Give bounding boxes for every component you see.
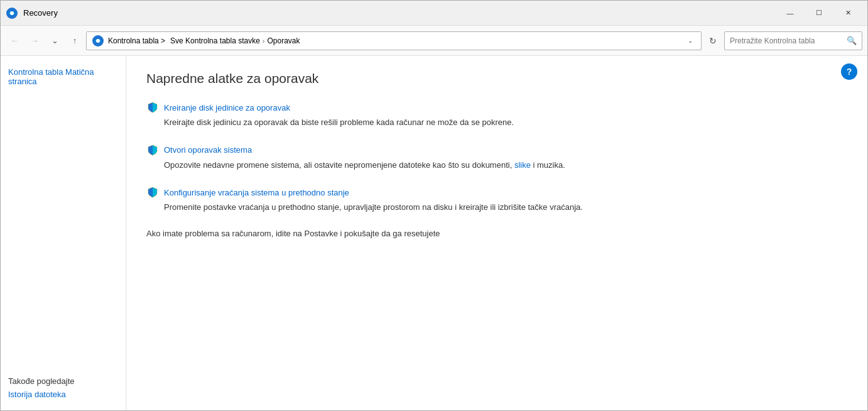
address-icon bbox=[92, 35, 104, 47]
svg-point-3 bbox=[96, 39, 100, 43]
title-bar: Recovery — ☐ ✕ bbox=[1, 1, 867, 26]
breadcrumb-part1: Kontrolna tabla > bbox=[108, 36, 165, 45]
maximize-button[interactable]: ☐ bbox=[805, 3, 833, 23]
recovery-item-2: Otvori oporavak sistema Opozovite nedavn… bbox=[146, 144, 847, 172]
shield-icon-1 bbox=[146, 101, 159, 114]
recovery-desc-2: Opozovite nedavne promene sistema, ali o… bbox=[146, 159, 847, 172]
address-bar: ← → ⌄ ↑ Kontrolna tabla > Sve Kontrolna … bbox=[1, 26, 867, 56]
recovery-link-text-3: Konfigurisanje vraćanja sistema u pretho… bbox=[164, 188, 349, 197]
close-button[interactable]: ✕ bbox=[833, 3, 862, 23]
main-layout: Kontrolna tabla Matična stranica Takođe … bbox=[1, 56, 867, 410]
window: Recovery — ☐ ✕ ← → ⌄ ↑ Kontro bbox=[0, 0, 868, 411]
recovery-desc-1: Kreirajte disk jedinicu za oporavak da b… bbox=[146, 116, 847, 129]
reset-hint: Ako imate problema sa računarom, idite n… bbox=[146, 229, 847, 238]
also-see-label: Takođe pogledajte bbox=[8, 366, 118, 386]
page-title: Napredne alatke za oporavak bbox=[146, 71, 847, 86]
breadcrumb: Kontrolna tabla > Sve Kontrolna tabla st… bbox=[108, 36, 681, 45]
address-dropdown-button[interactable]: ⌄ bbox=[685, 32, 696, 50]
minimize-button[interactable]: — bbox=[776, 3, 805, 23]
window-title: Recovery bbox=[23, 8, 776, 18]
shield-icon-3 bbox=[146, 186, 159, 199]
help-button[interactable]: ? bbox=[841, 63, 857, 80]
recovery-link-2[interactable]: Otvori oporavak sistema bbox=[146, 144, 847, 156]
sidebar-file-history-link[interactable]: Istorija datoteka bbox=[8, 388, 118, 400]
up-button[interactable]: ↑ bbox=[66, 32, 84, 50]
search-icon: 🔍 bbox=[847, 36, 857, 45]
forward-button[interactable]: → bbox=[26, 32, 43, 50]
refresh-button[interactable]: ↻ bbox=[704, 32, 722, 50]
sidebar: Kontrolna tabla Matična stranica Takođe … bbox=[1, 56, 126, 410]
recovery-item-1: Kreiranje disk jedinice za oporavak Krei… bbox=[146, 101, 847, 129]
sidebar-also-see: Takođe pogledajte Istorija datoteka bbox=[8, 366, 118, 400]
address-field[interactable]: Kontrolna tabla > Sve Kontrolna tabla st… bbox=[86, 31, 702, 50]
recovery-desc-3: Promenite postavke vraćanja u prethodno … bbox=[146, 201, 847, 214]
recovery-link-text-1: Kreiranje disk jedinice za oporavak bbox=[164, 103, 290, 112]
app-icon bbox=[6, 7, 18, 19]
search-input[interactable] bbox=[730, 36, 843, 45]
breadcrumb-part2: Sve Kontrolna tabla stavke bbox=[170, 36, 260, 45]
slike-link[interactable]: slike bbox=[514, 160, 531, 170]
recovery-link-text-2: Otvori oporavak sistema bbox=[164, 145, 252, 155]
content-area: ? Napredne alatke za oporavak Kreiranje … bbox=[126, 56, 867, 410]
recovery-link-1[interactable]: Kreiranje disk jedinice za oporavak bbox=[146, 101, 847, 114]
recovery-item-3: Konfigurisanje vraćanja sistema u pretho… bbox=[146, 186, 847, 214]
shield-icon-2 bbox=[146, 144, 159, 156]
sidebar-main-link[interactable]: Kontrolna tabla Matična stranica bbox=[8, 66, 118, 87]
window-controls: — ☐ ✕ bbox=[776, 3, 862, 23]
dropdown-button[interactable]: ⌄ bbox=[46, 32, 63, 50]
recovery-link-3[interactable]: Konfigurisanje vraćanja sistema u pretho… bbox=[146, 186, 847, 199]
svg-point-1 bbox=[10, 11, 14, 15]
breadcrumb-part3: Oporavak bbox=[268, 36, 300, 45]
search-field[interactable]: 🔍 bbox=[724, 31, 862, 50]
back-button[interactable]: ← bbox=[6, 32, 23, 50]
